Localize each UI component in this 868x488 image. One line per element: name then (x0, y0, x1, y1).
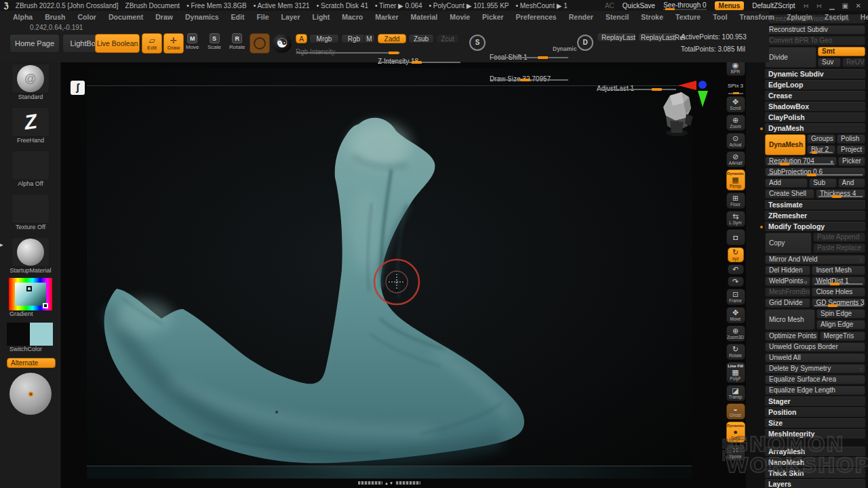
suv-toggle[interactable]: Suv (818, 58, 841, 67)
window-control-icons[interactable]: ∺ ∺ ▁ ▣ ✕ (804, 2, 864, 9)
menu-item[interactable]: Preferences (510, 13, 563, 21)
edit-button[interactable]: ▱ Edit (142, 33, 162, 54)
zoom3d-button[interactable]: ⊕ Zoom3D (726, 325, 745, 342)
see-through-slider[interactable]: See-through 0 (663, 1, 706, 10)
menu-item[interactable]: Tool (707, 13, 733, 21)
zcut-button[interactable]: Zcut (436, 34, 459, 43)
menu-item[interactable]: Picker (476, 13, 510, 21)
menu-item[interactable]: Document (102, 13, 149, 21)
menu-item[interactable]: Edit (225, 13, 251, 21)
smt-toggle[interactable]: Smt (818, 47, 865, 56)
canvas-stroke-icon[interactable]: ʃ (71, 81, 85, 95)
main-color-swatch[interactable] (7, 323, 30, 346)
current-texture-button[interactable]: Texture Off (0, 194, 61, 230)
gd-segments-slider[interactable]: GD Segments 3 (812, 298, 865, 308)
rotate-button[interactable]: ↻ Rotate (726, 344, 745, 360)
reconstruct-subdiv-button[interactable]: Reconstruct Subdiv (765, 25, 865, 35)
local-lock-button[interactable]: ◘ (726, 229, 745, 245)
equalize-surface-area-button[interactable]: Equalize Surface Area (765, 375, 865, 384)
crease-section[interactable]: Crease (765, 91, 865, 100)
lsym-button[interactable]: ⇆ L.Sym (726, 211, 745, 227)
groups-toggle[interactable]: Groups (807, 134, 835, 144)
convert-bpr-button[interactable]: Convert BPR To Geo (765, 36, 865, 45)
color-picker[interactable]: Gradient (0, 278, 61, 317)
menu-item[interactable]: Draw (149, 13, 179, 21)
grid-divide-button[interactable]: Grid Divide (765, 298, 810, 308)
current-brush-button[interactable]: @ Standard (0, 64, 61, 100)
switch-color-widget[interactable]: SwitchColor (0, 323, 61, 352)
alternate-button[interactable]: Alternate (7, 358, 56, 368)
menu-item[interactable]: Material (405, 13, 444, 21)
menu-item[interactable]: Transform (734, 13, 781, 21)
menu-item[interactable]: Stencil (599, 13, 635, 21)
current-stroke-button[interactable]: Z FreeHand (0, 107, 61, 144)
zremesher-section[interactable]: ZRemesher (765, 211, 865, 220)
position-section[interactable]: Position (765, 407, 865, 417)
nanomesh-section[interactable]: NanoMesh (765, 458, 865, 467)
persp-button[interactable]: Dynamic ▦ Persp (726, 169, 745, 190)
create-shell-button[interactable]: Create Shell (765, 189, 814, 199)
welddist-slider[interactable]: WeldDist 1 (812, 277, 865, 286)
move-button[interactable]: M Move (186, 33, 199, 50)
actual-button[interactable]: ⊙ Actual (726, 133, 745, 149)
paste-append-button[interactable]: Paste Append (813, 232, 865, 242)
optimize-points-button[interactable]: Optimize Points (765, 331, 818, 341)
xpose-button[interactable]: ∷ Xpose (726, 445, 745, 461)
picker-button[interactable]: Picker (838, 157, 865, 166)
current-alpha-button[interactable]: Alpha Off (0, 150, 61, 187)
claypolish-section[interactable]: ClayPolish (765, 113, 865, 122)
dynamesh-section[interactable]: DynaMesh (765, 123, 865, 133)
spin-edge-button[interactable]: Spin Edge (816, 309, 865, 319)
menu-item[interactable]: Alpha (7, 13, 39, 21)
zoom-button[interactable]: ⊕ Zoom (726, 115, 745, 131)
thickness-slider[interactable]: Thickness 4 (816, 189, 865, 199)
thick-skin-section[interactable]: Thick Skin (765, 468, 865, 478)
divide-button[interactable]: Divide (765, 47, 816, 68)
menu-item[interactable]: Layer (275, 13, 307, 21)
tray-collapse-arrow[interactable]: ▸ (0, 241, 3, 248)
stroke-ball-icon[interactable]: ☯ (273, 34, 292, 53)
meshfrombrush-button[interactable]: MeshFromBrush (765, 287, 810, 297)
project-toggle[interactable]: Project (837, 145, 865, 155)
scroll-button[interactable]: ✥ Scroll (726, 96, 745, 113)
home-page-button[interactable]: Home Page (9, 34, 60, 53)
menu-item[interactable]: Zscript (818, 13, 854, 21)
move-button[interactable]: ✥ Move (726, 307, 745, 323)
size-section[interactable]: Size (765, 418, 865, 428)
draw-button[interactable]: ✛ Draw (163, 33, 184, 54)
insert-mesh-button[interactable]: Insert Mesh (812, 266, 865, 275)
menu-item[interactable]: Light (307, 13, 336, 21)
document-area[interactable] (87, 68, 692, 466)
m-button[interactable]: M (363, 34, 375, 43)
mergetris-button[interactable]: MergeTris (820, 331, 865, 341)
rgb-intensity-slider[interactable]: Rgb Intensity (296, 45, 401, 54)
transp-button[interactable]: ◪ Transp (726, 385, 745, 401)
rotate-z-button[interactable]: ↶ (728, 264, 744, 274)
solo-button[interactable]: Dynamic ● Solo (726, 422, 745, 443)
scale-button[interactable]: S Scale (208, 33, 221, 50)
weldpoints-button[interactable]: WeldPoints○ (765, 277, 810, 286)
add-toggle[interactable]: Add (765, 178, 808, 188)
menu-item[interactable]: Stroke (635, 13, 669, 21)
subprojection-slider[interactable]: SubProjection 0.6 (765, 167, 865, 177)
floor-button[interactable]: ⊞ Floor (726, 192, 745, 209)
intensity-sphere[interactable] (0, 373, 61, 415)
arraymesh-section[interactable]: ArrayMesh (765, 447, 865, 456)
ghost-button[interactable]: ◒ Ghost (726, 403, 745, 420)
adjust-last-slider[interactable]: AdjustLast 1 (597, 81, 677, 91)
menu-item[interactable]: Help (854, 13, 868, 21)
default-zscript-button[interactable]: DefaultZScript (752, 2, 795, 9)
zsub-button[interactable]: Zsub (408, 34, 434, 43)
and-toggle[interactable]: And (838, 178, 865, 188)
dynamesh-button[interactable]: DynaMesh (765, 134, 806, 155)
blur-slider[interactable]: Blur 2 (807, 145, 835, 155)
menu-item[interactable]: Texture (669, 13, 707, 21)
rotate-y-button[interactable]: ↷ (728, 277, 744, 287)
meshintegrity-section[interactable]: MeshIntegrity (765, 429, 865, 439)
menu-item[interactable]: Marker (369, 13, 404, 21)
sculptris-pro-button[interactable] (250, 33, 270, 54)
dynamic-subdiv-section[interactable]: Dynamic Subdiv (765, 69, 865, 79)
del-hidden-button[interactable]: Del Hidden (765, 266, 810, 275)
unweld-all-button[interactable]: Unweld All (765, 353, 865, 363)
color-a-button[interactable]: A (296, 34, 307, 43)
